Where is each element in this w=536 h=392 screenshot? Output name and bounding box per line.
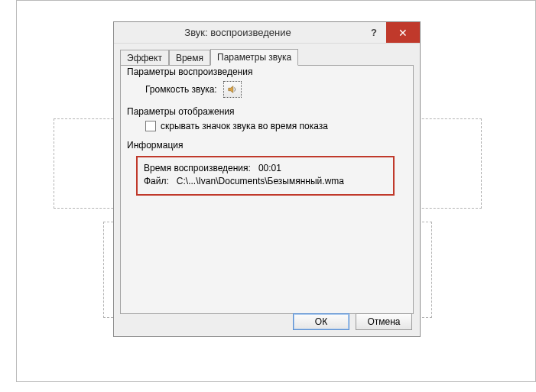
volume-label: Громкость звука:: [145, 84, 217, 95]
hide-icon-checkbox-label: скрывать значок звука во время показа: [161, 121, 328, 131]
hide-icon-checkbox[interactable]: [145, 121, 156, 131]
info-highlight-box: Время воспроизведения: 00:01 Файл: C:\..…: [136, 156, 395, 196]
speaker-icon: [227, 84, 238, 95]
group-info-legend: Информация: [127, 140, 186, 151]
group-playback-params: Параметры воспроизведения Громкость звук…: [127, 72, 407, 104]
tab-sound-params[interactable]: Параметры звука: [210, 49, 298, 66]
group-information: Информация Время воспроизведения: 00:01 …: [127, 145, 407, 202]
info-file-line: Файл: C:\...\Ivan\Documents\Безымянный.w…: [144, 175, 387, 188]
tab-panel-sound-params: Параметры воспроизведения Громкость звук…: [120, 65, 414, 314]
dialog-title: Звук: воспроизведение: [114, 22, 362, 43]
tabs: Эффект Время Параметры звука: [114, 44, 420, 65]
titlebar: Звук: воспроизведение ? ✕: [114, 22, 420, 44]
dialog-button-row: ОК Отмена: [293, 313, 412, 330]
help-button[interactable]: ?: [362, 22, 386, 43]
group-display-params: Параметры отображения скрывать значок зв…: [127, 112, 407, 138]
info-duration-line: Время воспроизведения: 00:01: [144, 162, 387, 175]
cancel-button[interactable]: Отмена: [356, 313, 412, 330]
tab-effect[interactable]: Эффект: [120, 50, 169, 66]
sound-playback-dialog: Звук: воспроизведение ? ✕ Эффект Время П…: [113, 21, 421, 337]
volume-button[interactable]: [223, 81, 242, 98]
ok-button[interactable]: ОК: [293, 313, 349, 330]
tab-time[interactable]: Время: [169, 50, 210, 66]
group-display-legend: Параметры отображения: [127, 106, 238, 117]
group-playback-legend: Параметры воспроизведения: [127, 66, 255, 77]
close-button[interactable]: ✕: [386, 22, 420, 43]
